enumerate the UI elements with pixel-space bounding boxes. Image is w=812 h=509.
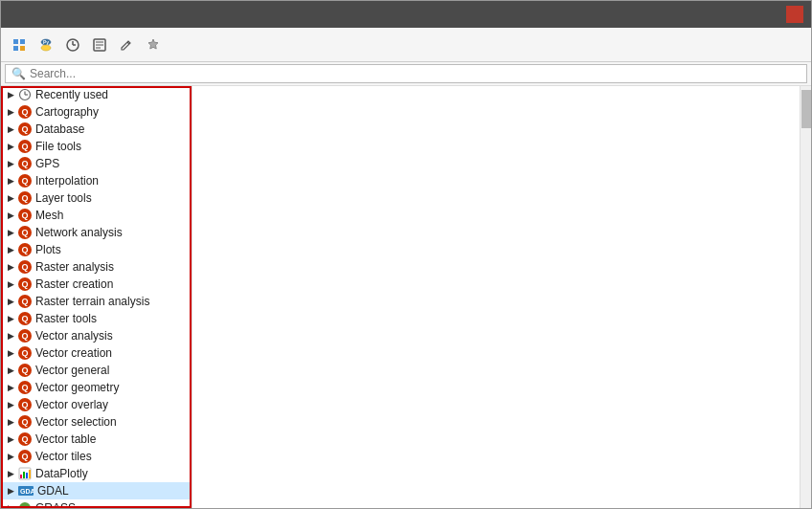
- close-button[interactable]: [786, 6, 803, 23]
- item-label-vector-geometry: Vector geometry: [35, 381, 119, 394]
- tree-item-vector-general[interactable]: ▶QVector general: [1, 362, 192, 379]
- tree-item-layer-tools[interactable]: ▶QLayer tools: [1, 189, 192, 207]
- tree-item-vector-analysis[interactable]: ▶QVector analysis: [1, 327, 192, 344]
- q-icon: Q: [18, 312, 32, 325]
- q-icon: Q: [18, 174, 32, 188]
- expand-arrow-vector-creation[interactable]: ▶: [5, 347, 16, 359]
- expand-arrow-file-tools[interactable]: ▶: [5, 141, 16, 152]
- expand-arrow-vector-general[interactable]: ▶: [5, 365, 16, 376]
- item-label-vector-overlay: Vector overlay: [35, 398, 108, 411]
- item-label-vector-selection: Vector selection: [35, 415, 117, 429]
- expand-arrow-interpolation[interactable]: ▶: [5, 175, 16, 187]
- item-label-raster-creation: Raster creation: [35, 277, 113, 291]
- tree-item-dataplotly[interactable]: ▶ DataPlotly: [1, 465, 192, 482]
- main-content: ▶ Recently used▶QCartography▶QDatabase▶Q…: [1, 86, 811, 508]
- tree-item-raster-analysis[interactable]: ▶QRaster analysis: [1, 258, 192, 276]
- gdal-icon: GDAL: [18, 484, 34, 498]
- item-label-file-tools: File tools: [35, 140, 81, 153]
- tree-item-file-tools[interactable]: ▶QFile tools: [1, 138, 192, 155]
- svg-text:Py: Py: [43, 39, 49, 45]
- svg-rect-0: [13, 39, 18, 44]
- tree-item-grass[interactable]: ▶ GRASS: [1, 499, 192, 508]
- item-label-gdal: GDAL: [37, 484, 69, 498]
- item-label-vector-analysis: Vector analysis: [35, 329, 113, 343]
- svg-rect-1: [20, 39, 25, 44]
- tree-item-vector-selection[interactable]: ▶QVector selection: [1, 413, 192, 431]
- edit-button[interactable]: [114, 33, 139, 57]
- tree-item-plots[interactable]: ▶QPlots: [1, 241, 192, 258]
- tree-item-vector-tiles[interactable]: ▶QVector tiles: [1, 448, 192, 465]
- expand-arrow-mesh[interactable]: ▶: [5, 210, 16, 221]
- scrollbar[interactable]: [800, 86, 811, 508]
- expand-arrow-gps[interactable]: ▶: [5, 158, 16, 169]
- search-input[interactable]: [30, 67, 801, 80]
- expand-arrow-gdal[interactable]: ▶: [5, 485, 16, 497]
- tree-item-raster-terrain-analysis[interactable]: ▶QRaster terrain analysis: [1, 293, 192, 310]
- q-icon: Q: [18, 329, 32, 343]
- item-label-database: Database: [35, 122, 84, 136]
- item-label-interpolation: Interpolation: [35, 174, 99, 188]
- tree-item-recently-used[interactable]: ▶ Recently used: [1, 86, 192, 103]
- tree-item-interpolation[interactable]: ▶QInterpolation: [1, 172, 192, 189]
- item-label-mesh: Mesh: [35, 209, 63, 222]
- tree-item-gdal[interactable]: ▶ GDAL GDAL: [1, 482, 192, 499]
- q-icon: Q: [18, 415, 32, 429]
- item-label-cartography: Cartography: [35, 105, 99, 119]
- expand-arrow-vector-table[interactable]: ▶: [5, 433, 16, 445]
- svg-rect-3: [20, 46, 25, 51]
- python-button[interactable]: Py: [34, 33, 58, 57]
- expand-arrow-database[interactable]: ▶: [5, 123, 16, 135]
- item-label-vector-tiles: Vector tiles: [35, 450, 92, 463]
- tree-item-vector-table[interactable]: ▶QVector table: [1, 431, 192, 448]
- tree-item-gps[interactable]: ▶QGPS: [1, 155, 192, 172]
- tree-item-vector-geometry[interactable]: ▶QVector geometry: [1, 379, 192, 396]
- q-icon: Q: [18, 140, 32, 153]
- tree-item-mesh[interactable]: ▶QMesh: [1, 207, 192, 224]
- tree-item-vector-creation[interactable]: ▶QVector creation: [1, 344, 192, 362]
- svg-rect-22: [29, 470, 31, 478]
- options-button[interactable]: [141, 33, 166, 57]
- tree-item-cartography[interactable]: ▶QCartography: [1, 103, 192, 121]
- tree-item-vector-overlay[interactable]: ▶QVector overlay: [1, 396, 192, 413]
- search-icon: 🔍: [11, 67, 26, 80]
- q-icon: Q: [18, 191, 32, 205]
- expand-arrow-raster-tools[interactable]: ▶: [5, 313, 16, 324]
- q-icon: Q: [18, 209, 32, 222]
- q-icon: Q: [18, 398, 32, 411]
- search-bar-container: 🔍: [1, 62, 811, 86]
- expand-arrow-cartography[interactable]: ▶: [5, 106, 16, 118]
- expand-arrow-raster-terrain-analysis[interactable]: ▶: [5, 296, 16, 307]
- tree-item-raster-tools[interactable]: ▶QRaster tools: [1, 310, 192, 327]
- expand-arrow-vector-selection[interactable]: ▶: [5, 416, 16, 428]
- expand-arrow-plots[interactable]: ▶: [5, 244, 16, 255]
- expand-arrow-vector-geometry[interactable]: ▶: [5, 382, 16, 393]
- expand-arrow-vector-analysis[interactable]: ▶: [5, 330, 16, 342]
- expand-arrow-network-analysis[interactable]: ▶: [5, 227, 16, 238]
- right-panel: [192, 86, 800, 508]
- expand-arrow-dataplotly[interactable]: ▶: [5, 468, 16, 479]
- tree-item-network-analysis[interactable]: ▶QNetwork analysis: [1, 224, 192, 241]
- expand-arrow-vector-tiles[interactable]: ▶: [5, 451, 16, 462]
- expand-arrow-vector-overlay[interactable]: ▶: [5, 399, 16, 410]
- svg-rect-2: [13, 46, 18, 51]
- tree-item-database[interactable]: ▶QDatabase: [1, 121, 192, 138]
- results-button[interactable]: [87, 33, 112, 57]
- svg-rect-20: [23, 472, 25, 478]
- svg-rect-19: [20, 475, 22, 478]
- grass-icon: [18, 501, 32, 508]
- q-icon: Q: [18, 450, 32, 463]
- scrollbar-thumb[interactable]: [801, 90, 811, 128]
- q-icon: Q: [18, 346, 32, 360]
- expand-arrow-layer-tools[interactable]: ▶: [5, 192, 16, 204]
- history-button[interactable]: [60, 33, 85, 57]
- expand-arrow-raster-analysis[interactable]: ▶: [5, 261, 16, 273]
- settings-button[interactable]: [7, 33, 32, 57]
- q-icon: Q: [18, 260, 32, 274]
- expand-arrow-raster-creation[interactable]: ▶: [5, 278, 16, 290]
- expand-arrow-grass[interactable]: ▶: [5, 502, 16, 508]
- expand-arrow-recently-used[interactable]: ▶: [5, 89, 16, 100]
- tree-item-raster-creation[interactable]: ▶QRaster creation: [1, 276, 192, 293]
- q-icon: Q: [18, 105, 32, 119]
- svg-point-25: [19, 502, 31, 508]
- q-icon: Q: [18, 226, 32, 239]
